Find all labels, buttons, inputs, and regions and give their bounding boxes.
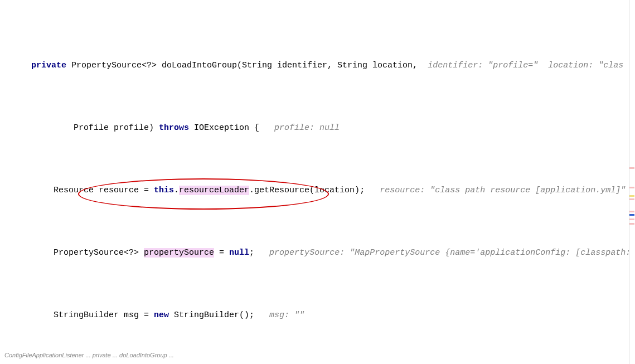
keyword-new: new [154,310,169,320]
code-line: StringBuilder msg = new StringBuilder();… [0,308,629,323]
code-text: = [214,248,229,258]
code-line: private PropertySource<?> doLoadIntoGrou… [0,58,629,74]
code-text: PropertySource<?> [54,248,144,258]
change-marker[interactable] [629,167,634,169]
change-marker[interactable] [629,219,634,220]
inline-hint: msg: "" [254,310,304,320]
field-highlight: resourceLoader [179,186,249,195]
code-text: ; [249,248,254,258]
code-line: Resource resource = this.resourceLoader.… [0,183,629,198]
code-text: StringBuilder msg = [54,310,154,320]
editor-overview-ruler[interactable] [629,0,635,364]
code-editor[interactable]: private PropertySource<?> doLoadIntoGrou… [0,0,629,364]
inline-hint: profile: null [259,123,340,133]
code-line: Profile profile) throws IOException { pr… [0,120,629,136]
change-marker[interactable] [629,198,634,200]
code-text: PropertySource<?> doLoadIntoGroup(String… [66,61,418,70]
change-marker[interactable] [629,211,634,212]
code-line: PropertySource<?> propertySource = null;… [0,245,629,261]
keyword-private: private [31,61,66,70]
code-text: Profile profile) [74,123,159,133]
inline-hint: identifier: "profile=" location: "clas [418,61,623,70]
change-marker[interactable] [629,223,634,225]
var-highlight: propertySource [144,248,214,258]
keyword-throws: throws [159,123,189,133]
change-marker[interactable] [629,187,634,188]
code-text: .getResource(location); [249,186,365,195]
breadcrumb[interactable]: ConfigFileApplicationListener ... privat… [4,347,174,363]
keyword-null: null [229,248,249,258]
code-text: StringBuilder(); [169,310,254,320]
exec-marker[interactable] [629,214,634,216]
code-text: Resource resource = [54,186,154,195]
code-text: . [174,186,179,195]
warn-marker[interactable] [629,195,634,197]
inline-hint: resource: "class path resource [applicat… [365,186,626,195]
keyword-this: this [154,186,174,195]
inline-hint: propertySource: "MapPropertySource {name… [254,248,635,258]
code-text: IOException { [189,123,259,133]
